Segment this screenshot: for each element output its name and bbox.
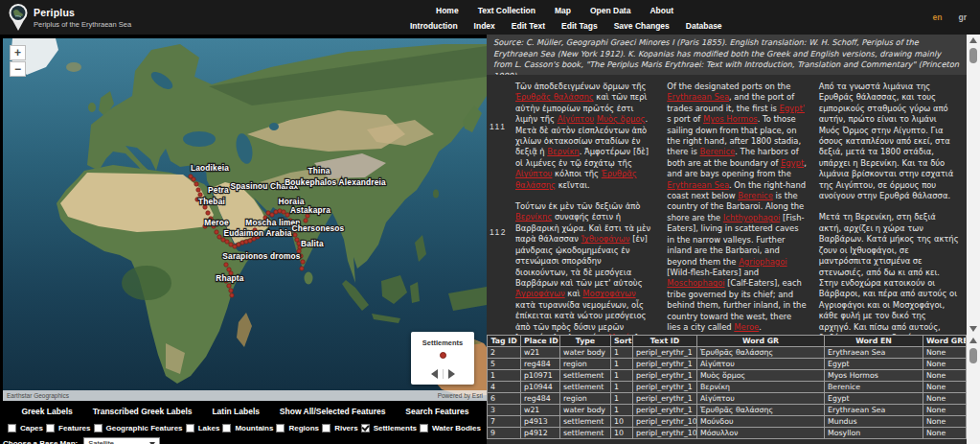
map-label-chersonesos[interactable]: Chersonesos: [292, 223, 345, 233]
place-link-egypt[interactable]: Egypt': [780, 104, 805, 113]
nav-item-save-changes[interactable]: Save Changes: [614, 21, 670, 31]
map-button-greek-labels[interactable]: Greek Labels: [21, 407, 72, 416]
map-marker[interactable]: [196, 188, 200, 192]
checkbox-regions[interactable]: [276, 424, 285, 432]
map-label-laodikeia[interactable]: Laodikeia: [191, 163, 229, 173]
table-row[interactable]: 4p10944settlement1peripl_erythr_1Βερνίκη…: [488, 382, 967, 393]
map-marker[interactable]: [300, 267, 304, 270]
place-link-myos-hormos[interactable]: Myos Hormos: [703, 114, 758, 124]
checkbox-mountains[interactable]: [222, 424, 231, 432]
layer-toggle-regions[interactable]: Regions: [276, 424, 319, 432]
nav-item-database[interactable]: Database: [686, 21, 722, 31]
app-logo-pin-icon[interactable]: [8, 3, 29, 32]
map-zoom-in-button[interactable]: +: [10, 45, 26, 60]
checkbox-features[interactable]: [46, 424, 55, 432]
nav-item-index[interactable]: Index: [474, 21, 495, 31]
scroll-up-icon[interactable]: [969, 338, 977, 343]
place-link-agriophagoi[interactable]: Agriophagoi: [739, 257, 786, 267]
table-row[interactable]: 7p4913settlement10peripl_erythr_10Μούνδο…: [488, 416, 967, 428]
place-link-[interactable]: Ἐρυθρᾶς θαλάσσης: [515, 92, 594, 102]
map-label-meroe[interactable]: Meroe: [204, 218, 229, 227]
place-link-[interactable]: Βερνίκη: [547, 147, 579, 156]
checkbox-rivers[interactable]: [322, 424, 330, 432]
map-zoom-out-button[interactable]: −: [10, 61, 26, 77]
map-marker[interactable]: [270, 213, 274, 217]
map-label-boukephalos-alexandreia[interactable]: Boukephalos Alexandreia: [285, 177, 386, 187]
text-scrollbar[interactable]: [967, 35, 980, 335]
nav-item-edit-tags[interactable]: Edit Tags: [561, 21, 598, 31]
scroll-up-icon[interactable]: [969, 37, 977, 43]
legend-prev-icon[interactable]: [431, 369, 438, 379]
map-button-show-all-selected-features[interactable]: Show All/Selected Features: [280, 407, 386, 416]
layer-toggle-features[interactable]: Features: [46, 424, 90, 432]
place-link-erythraean-sea[interactable]: Erythraean Sea: [667, 180, 729, 190]
checkbox-capes[interactable]: [8, 424, 16, 432]
place-link-erythraean-sea[interactable]: Erythraean Sea: [667, 92, 729, 102]
map-marker[interactable]: [217, 235, 221, 239]
map-marker[interactable]: [282, 210, 285, 214]
place-link-[interactable]: Μοσχοφάγων: [582, 289, 635, 298]
table-row[interactable]: 6reg484region1peripl_erythr_1ΑἰγύπτουEgy…: [488, 393, 967, 405]
map-label-balita[interactable]: Balita: [301, 239, 324, 248]
place-link-berenice[interactable]: Berenice: [700, 147, 736, 156]
table-row[interactable]: 1p10971settlement1peripl_erythr_1Μυὸς ὅρ…: [488, 370, 967, 382]
table-scrollbar[interactable]: [967, 335, 980, 444]
map-marker[interactable]: [206, 211, 210, 215]
nav-item-home[interactable]: Home: [436, 6, 459, 15]
nav-item-about[interactable]: About: [650, 6, 673, 15]
nav-item-introduction[interactable]: Introduction: [410, 21, 458, 31]
table-row[interactable]: 9p4912settlement10peripl_erythr_10Μόσυλλ…: [488, 428, 967, 439]
map-marker[interactable]: [301, 260, 305, 264]
map-label-sarapionos-dromos[interactable]: Sarapionos dromos: [222, 251, 300, 261]
scroll-down-icon[interactable]: [969, 326, 977, 332]
table-row[interactable]: 3w21water body1peripl_erythr_1Ἐρυθρᾶς θα…: [488, 405, 967, 416]
map-label-petra[interactable]: Petra: [208, 185, 229, 195]
layer-toggle-mountains[interactable]: Mountains: [222, 424, 273, 432]
checkbox-water-bodies[interactable]: [420, 424, 428, 432]
layer-toggle-rivers[interactable]: Rivers: [322, 424, 357, 432]
layer-toggle-water-bodies[interactable]: Water Bodies: [420, 424, 481, 432]
checkbox-lakes[interactable]: [186, 424, 194, 432]
legend-next-icon[interactable]: [448, 369, 455, 379]
map-marker[interactable]: [293, 233, 297, 237]
map-marker[interactable]: [192, 177, 195, 181]
map-button-latin-labels[interactable]: Latin Labels: [212, 407, 260, 416]
nav-item-map[interactable]: Map: [555, 6, 571, 15]
place-link-moschophagoi[interactable]: Moschophagoi: [667, 278, 724, 288]
map-marker[interactable]: [285, 213, 289, 217]
nav-item-edit-text[interactable]: Edit Text: [512, 21, 545, 31]
layer-toggle-settlements[interactable]: Settlements: [361, 424, 417, 432]
place-link-meroe[interactable]: Meroe: [734, 322, 759, 332]
place-link-ichthyophagoi[interactable]: Ichthyophagoi: [723, 213, 781, 222]
basemap-select[interactable]: Satellite: [83, 437, 160, 444]
map-label-thebai[interactable]: Thebai: [198, 197, 225, 206]
scroll-thumb[interactable]: [969, 348, 977, 363]
map-marker[interactable]: [224, 263, 228, 267]
place-link-[interactable]: Ἀγριοφάγων: [515, 289, 565, 298]
lang-gr-link[interactable]: gr: [959, 12, 968, 22]
map-marker[interactable]: [215, 230, 218, 234]
map-label-thina[interactable]: Thina: [308, 166, 330, 175]
layer-toggle-geographic-features[interactable]: Geographic Features: [94, 424, 183, 432]
place-link-[interactable]: Βερνίκης: [515, 212, 552, 222]
scroll-thumb[interactable]: [969, 48, 977, 63]
map-marker[interactable]: [229, 289, 233, 292]
map-button-search-features[interactable]: Search Features: [405, 407, 468, 416]
layer-toggle-capes[interactable]: Capes: [8, 424, 43, 432]
place-link-[interactable]: Αἰγύπτου: [558, 114, 594, 124]
place-link-[interactable]: Αἰγύπτου: [515, 169, 552, 178]
map-marker[interactable]: [304, 219, 308, 222]
layer-toggle-lakes[interactable]: Lakes: [186, 424, 220, 432]
nav-item-text-collection[interactable]: Text Collection: [478, 6, 536, 15]
place-link-egypt[interactable]: Egypt: [781, 158, 804, 168]
nav-item-open-data[interactable]: Open Data: [590, 6, 631, 15]
checkbox-geographic-features[interactable]: [94, 424, 103, 432]
map-panel[interactable]: LaodikeiaPetraThebaiMeroeSpasinou Charax…: [3, 38, 487, 401]
map-label-rhapta[interactable]: Rhapta: [216, 273, 244, 283]
place-link-berenice[interactable]: Berenice: [738, 191, 773, 200]
map-marker[interactable]: [227, 284, 231, 288]
lang-en-link[interactable]: en: [933, 12, 943, 22]
map-label-astakapra[interactable]: Astakapra: [290, 205, 330, 215]
place-link-[interactable]: Ἰχθυοφάγων: [581, 234, 630, 244]
map-marker[interactable]: [194, 182, 198, 186]
